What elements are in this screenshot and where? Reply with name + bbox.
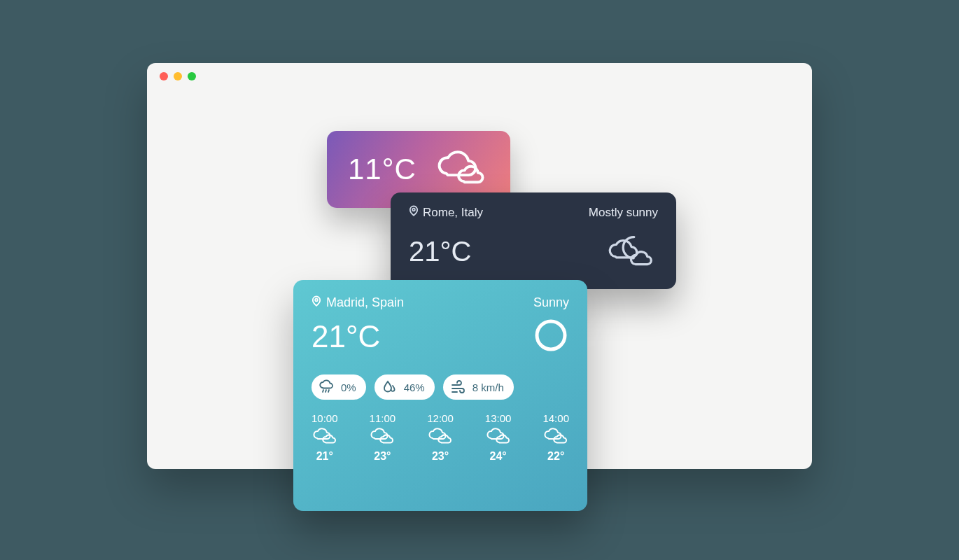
hour-item: 11:00 23°	[370, 412, 396, 463]
cloudy-icon	[544, 427, 568, 447]
cloudy-icon	[313, 427, 337, 447]
pin-icon	[409, 205, 419, 220]
precipitation-value: 0%	[341, 382, 356, 393]
hour-temp: 23°	[374, 450, 391, 463]
hour-time: 13:00	[485, 412, 512, 424]
wind-pill: 8 km/h	[443, 374, 514, 400]
cloudy-icon	[486, 427, 510, 447]
hour-item: 10:00 21°	[312, 412, 338, 463]
hour-temp: 23°	[432, 450, 449, 463]
location-label: Madrid, Spain	[312, 295, 404, 310]
hour-time: 12:00	[427, 412, 454, 424]
condition-text: Mostly sunny	[589, 206, 658, 220]
hour-time: 11:00	[370, 412, 396, 424]
location-text: Rome, Italy	[423, 206, 483, 220]
sunny-icon	[533, 317, 569, 356]
humidity-pill: 46%	[374, 374, 435, 400]
window-minimize-button[interactable]	[174, 72, 182, 80]
wind-icon	[450, 379, 465, 395]
pin-icon	[312, 295, 321, 310]
condition-text: Sunny	[533, 295, 569, 310]
wind-value: 8 km/h	[472, 382, 504, 393]
hour-item: 13:00 24°	[485, 412, 512, 463]
hour-temp: 21°	[316, 450, 333, 463]
cloudy-icon	[370, 427, 394, 447]
precipitation-pill: 0%	[312, 374, 366, 400]
hour-time: 10:00	[312, 412, 338, 424]
weather-card-large[interactable]: Madrid, Spain Sunny 21°C 0% 46% 8 km/h 1…	[293, 280, 587, 511]
hour-temp: 24°	[490, 450, 507, 463]
hour-item: 12:00 23°	[427, 412, 454, 463]
weather-card-medium[interactable]: Rome, Italy Mostly sunny 21°C	[391, 192, 676, 289]
hourly-forecast: 10:00 21° 11:00 23° 12:00 23° 13:00 24° …	[312, 412, 569, 463]
temperature-value: 21°C	[409, 236, 471, 267]
rain-icon	[318, 379, 334, 395]
partly-cloudy-icon	[603, 229, 658, 275]
hour-time: 14:00	[542, 412, 569, 424]
weather-metrics: 0% 46% 8 km/h	[312, 374, 569, 400]
temperature-value: 21°C	[312, 319, 380, 354]
hour-temp: 22°	[547, 450, 564, 463]
location-text: Madrid, Spain	[326, 295, 404, 310]
cloudy-icon	[428, 427, 452, 447]
location-label: Rome, Italy	[409, 205, 483, 220]
humidity-icon	[382, 379, 397, 395]
temperature-value: 11°C	[348, 153, 416, 186]
cloudy-icon	[429, 144, 492, 195]
window-titlebar	[147, 63, 812, 90]
window-close-button[interactable]	[160, 72, 168, 80]
hour-item: 14:00 22°	[542, 412, 569, 463]
window-maximize-button[interactable]	[188, 72, 196, 80]
humidity-value: 46%	[404, 382, 425, 393]
